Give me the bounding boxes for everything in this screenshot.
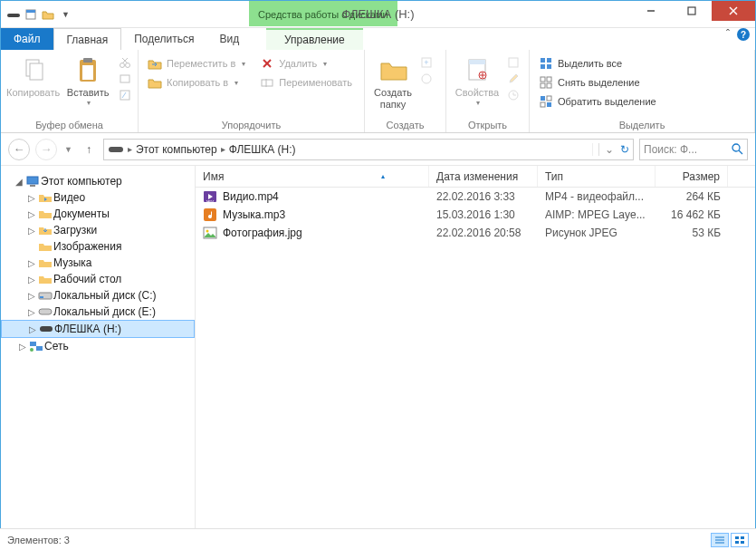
search-input[interactable]: Поиск: Ф...	[639, 139, 748, 160]
open-icon[interactable]	[506, 55, 521, 70]
tab-manage[interactable]: Управление	[266, 28, 363, 50]
svg-rect-52	[40, 326, 53, 332]
svg-point-55	[30, 348, 33, 352]
view-icons-button[interactable]	[731, 533, 749, 547]
file-row[interactable]: MP4Видио.mp422.02.2016 3:33MP4 - видеофа…	[196, 188, 755, 206]
tree-disk-e[interactable]: ▷Локальный диск (E:)	[1, 304, 195, 320]
tree-this-pc[interactable]: ◢Этот компьютер	[1, 173, 195, 189]
new-folder-button[interactable]: Создать папку	[370, 53, 416, 110]
invert-selection-icon	[539, 94, 553, 109]
column-headers: Имя▴ Дата изменения Тип Размер	[196, 166, 755, 188]
properties-button[interactable]: Свойства ▾	[452, 53, 502, 107]
tree-pictures[interactable]: Изображения	[1, 238, 195, 255]
qat-properties-icon[interactable]	[24, 7, 38, 22]
new-folder-icon	[378, 55, 407, 84]
chevron-right-icon[interactable]: ▸	[128, 144, 132, 154]
file-list[interactable]: Имя▴ Дата изменения Тип Размер MP4Видио.…	[196, 166, 755, 528]
qat-dropdown-icon[interactable]: ▼	[58, 10, 73, 19]
history-dropdown-icon[interactable]: ▼	[62, 145, 74, 154]
paste-shortcut-icon[interactable]	[118, 88, 132, 102]
file-date: 22.02.2016 3:33	[429, 190, 538, 203]
copy-to-button[interactable]: Копировать в▾	[144, 74, 249, 91]
dropdown-icon[interactable]: ⌄	[598, 143, 614, 156]
svg-point-60	[206, 230, 209, 233]
rename-button[interactable]: Переименовать	[256, 74, 356, 91]
col-size[interactable]: Размер	[656, 166, 728, 187]
file-row[interactable]: Фотография.jpg22.02.2016 20:58Рисунок JP…	[196, 224, 755, 242]
tree-network[interactable]: ▷Сеть	[1, 338, 195, 354]
svg-rect-32	[541, 58, 545, 63]
svg-rect-4	[688, 7, 695, 14]
svg-rect-53	[30, 342, 36, 346]
search-placeholder: Поиск: Ф...	[644, 143, 697, 156]
tree-videos[interactable]: ▷Видео	[1, 189, 195, 206]
tab-view[interactable]: Вид	[206, 28, 252, 50]
col-date[interactable]: Дата изменения	[429, 166, 538, 187]
back-button[interactable]: ←	[8, 139, 30, 160]
collapse-ribbon-icon[interactable]: ˆ	[726, 28, 730, 41]
navigation-tree[interactable]: ◢Этот компьютер ▷Видео ▷Документы ▷Загру…	[1, 166, 196, 528]
file-size: 16 462 КБ	[656, 208, 728, 221]
group-organize: Переместить в▾ Копировать в▾ Удалить▾ Пе…	[139, 50, 365, 132]
help-icon[interactable]: ?	[737, 28, 750, 41]
svg-rect-36	[541, 77, 545, 82]
breadcrumb-root[interactable]: Этот компьютер	[136, 143, 217, 156]
copy-path-icon[interactable]	[118, 72, 132, 86]
edit-icon[interactable]	[506, 72, 521, 86]
paste-button[interactable]: Вставить ▾	[62, 53, 114, 107]
select-all-button[interactable]: Выделить все	[535, 55, 660, 72]
file-name: Фотография.jpg	[223, 227, 302, 239]
svg-rect-10	[83, 58, 92, 63]
maximize-button[interactable]	[671, 1, 712, 21]
refresh-icon[interactable]: ↻	[620, 143, 629, 156]
view-details-button[interactable]	[711, 533, 729, 547]
up-button[interactable]: ↑	[80, 140, 98, 159]
file-type: MP4 - видеофайл...	[538, 190, 656, 203]
svg-rect-66	[735, 541, 739, 544]
file-row[interactable]: Музыка.mp315.03.2016 1:30AIMP: MPEG Laye…	[196, 206, 755, 224]
tree-desktop[interactable]: ▷Рабочий стол	[1, 271, 195, 287]
tree-flash-h[interactable]: ▷ФЛЕШКА (H:)	[1, 320, 195, 338]
address-bar[interactable]: ▸ Этот компьютер ▸ ФЛЕШКА (H:) ⌄ ↻	[103, 139, 634, 160]
file-date: 15.03.2016 1:30	[429, 208, 538, 221]
tab-file[interactable]: Файл	[1, 28, 53, 50]
minimize-button[interactable]	[630, 1, 671, 21]
delete-button[interactable]: Удалить▾	[256, 55, 356, 72]
disk-icon	[37, 307, 53, 316]
tab-home[interactable]: Главная	[53, 28, 122, 50]
copy-button[interactable]: Копировать	[6, 53, 60, 99]
breadcrumb-current[interactable]: ФЛЕШКА (H:)	[229, 143, 296, 156]
delete-icon	[260, 56, 274, 71]
file-name: Музыка.mp3	[223, 208, 285, 221]
select-none-button[interactable]: Снять выделение	[535, 74, 660, 91]
invert-selection-button[interactable]: Обратить выделение	[535, 93, 660, 110]
svg-rect-39	[547, 83, 551, 88]
svg-rect-16	[120, 75, 129, 82]
qat-newfolder-icon[interactable]	[41, 7, 55, 22]
move-to-button[interactable]: Переместить в▾	[144, 55, 249, 72]
close-button[interactable]	[712, 1, 755, 21]
tab-share[interactable]: Поделиться	[121, 28, 206, 50]
tree-downloads[interactable]: ▷Загрузки	[1, 222, 195, 238]
svg-point-13	[126, 63, 130, 68]
navigation-bar: ← → ▼ ↑ ▸ Этот компьютер ▸ ФЛЕШКА (H:) ⌄…	[1, 133, 755, 166]
col-type[interactable]: Тип	[538, 166, 656, 187]
tree-disk-c[interactable]: ▷Локальный диск (C:)	[1, 287, 195, 304]
system-menu-icon[interactable]	[6, 7, 21, 22]
easy-access-icon[interactable]	[419, 72, 434, 86]
chevron-right-icon[interactable]: ▸	[221, 144, 225, 154]
forward-button[interactable]: →	[35, 139, 57, 160]
tree-music[interactable]: ▷Музыка	[1, 255, 195, 271]
history-icon[interactable]	[506, 88, 521, 102]
tree-documents[interactable]: ▷Документы	[1, 206, 195, 222]
svg-rect-40	[541, 96, 545, 101]
new-item-icon[interactable]: +	[419, 55, 434, 70]
cut-icon[interactable]	[118, 55, 132, 70]
svg-line-46	[739, 150, 742, 154]
svg-rect-30	[509, 58, 518, 67]
drive-icon	[38, 324, 54, 333]
svg-rect-65	[741, 536, 744, 539]
col-name[interactable]: Имя▴	[196, 166, 429, 187]
svg-rect-34	[541, 64, 545, 69]
group-open: Свойства ▾ Открыть	[446, 50, 530, 132]
